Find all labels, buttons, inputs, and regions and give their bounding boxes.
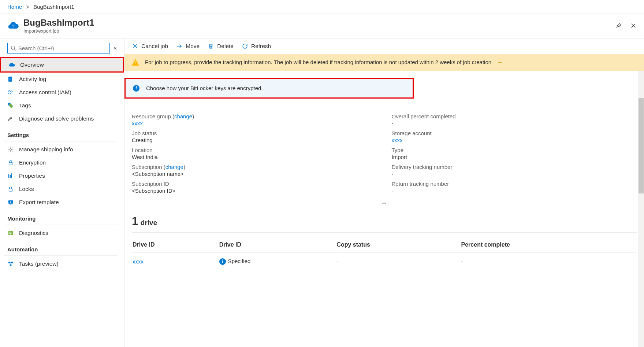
table-header-row: Drive ID Drive ID Copy status Percent co… bbox=[133, 239, 636, 253]
page-subtitle: Import/export job bbox=[23, 28, 94, 34]
table-row[interactable]: xxxx iSpecified - - bbox=[133, 254, 636, 268]
refresh-icon bbox=[242, 43, 248, 49]
svg-rect-9 bbox=[8, 174, 9, 178]
delivery-tracking-value: - bbox=[392, 171, 637, 177]
svg-point-0 bbox=[11, 46, 15, 49]
col-percent-complete[interactable]: Percent complete bbox=[461, 239, 636, 253]
sidebar-section-automation: Automation bbox=[4, 240, 117, 256]
svg-rect-4 bbox=[9, 79, 11, 79]
scrollbar-thumb[interactable] bbox=[639, 98, 644, 193]
info-text: Choose how your BitLocker keys are encry… bbox=[146, 85, 263, 91]
cloud-upload-icon bbox=[7, 20, 19, 32]
delivery-tracking-label: Delivery tracking number bbox=[392, 164, 637, 170]
pin-icon[interactable] bbox=[615, 22, 622, 29]
svg-point-6 bbox=[11, 91, 12, 92]
svg-point-5 bbox=[9, 91, 11, 92]
sidebar-item-overview[interactable]: Overview bbox=[0, 57, 124, 73]
sidebar-item-diagnostics[interactable]: Diagnostics bbox=[0, 226, 124, 240]
cancel-job-button[interactable]: Cancel job bbox=[132, 43, 168, 49]
return-tracking-value: - bbox=[392, 188, 637, 194]
sidebar-item-label: Export template bbox=[19, 199, 59, 206]
sidebar-item-label: Overview bbox=[20, 62, 44, 68]
col-drive-id[interactable]: Drive ID bbox=[133, 239, 219, 253]
sidebar-section-settings: Settings bbox=[4, 125, 117, 141]
svg-rect-16 bbox=[8, 262, 10, 263]
log-icon bbox=[7, 76, 14, 82]
sidebar-item-tags[interactable]: Tags bbox=[0, 99, 124, 112]
sidebar-item-activity-log[interactable]: Activity log bbox=[0, 73, 124, 86]
info-banner[interactable]: i Choose how your BitLocker keys are enc… bbox=[124, 78, 414, 99]
people-icon bbox=[7, 89, 14, 96]
svg-rect-18 bbox=[10, 264, 12, 266]
sidebar-item-label: Activity log bbox=[19, 76, 46, 82]
search-input-wrap[interactable] bbox=[7, 43, 110, 53]
breadcrumb: Home > BugBashImport1 bbox=[0, 0, 644, 14]
svg-rect-17 bbox=[11, 262, 13, 263]
sidebar-item-shipping[interactable]: Manage shipping info bbox=[0, 143, 124, 156]
col-copy-status[interactable]: Copy status bbox=[336, 239, 460, 253]
job-status-label: Job status bbox=[132, 130, 377, 136]
breadcrumb-current: BugBashImport1 bbox=[33, 4, 74, 10]
breadcrumb-separator: > bbox=[26, 4, 29, 10]
col-drive-id-2[interactable]: Drive ID bbox=[219, 239, 336, 253]
arrow-right-icon: → bbox=[497, 59, 503, 65]
change-link[interactable]: change bbox=[165, 164, 183, 170]
sidebar-item-export-template[interactable]: Export template bbox=[0, 196, 124, 209]
tags-icon bbox=[7, 102, 14, 109]
drive-id-value[interactable]: xxxx bbox=[133, 254, 219, 268]
refresh-button[interactable]: Refresh bbox=[242, 43, 271, 49]
sidebar-item-label: Locks bbox=[19, 186, 34, 192]
sidebar-collapse-icon[interactable]: « bbox=[113, 45, 117, 51]
sidebar-item-diagnose[interactable]: Diagnose and solve problems bbox=[0, 112, 124, 125]
location-value: West India bbox=[132, 154, 377, 160]
cancel-icon bbox=[132, 43, 138, 49]
location-label: Location bbox=[132, 147, 377, 153]
warning-icon bbox=[132, 59, 139, 66]
scrollbar[interactable] bbox=[638, 71, 644, 347]
details-grid: Resource group (change) xxxx Job status … bbox=[124, 106, 644, 196]
delete-button[interactable]: Delete bbox=[208, 43, 234, 49]
toolbar-label: Delete bbox=[217, 43, 234, 49]
sidebar-item-properties[interactable]: Properties bbox=[0, 169, 124, 182]
job-status-value: Creating bbox=[132, 137, 377, 143]
change-link[interactable]: change bbox=[174, 113, 192, 119]
percent-completed-value: - bbox=[392, 120, 637, 126]
subscription-label: Subscription (change) bbox=[132, 164, 377, 170]
sidebar-item-label: Diagnostics bbox=[19, 230, 48, 236]
subscription-value: <Subscription name> bbox=[132, 171, 377, 177]
svg-rect-8 bbox=[9, 162, 12, 165]
search-input[interactable] bbox=[18, 45, 107, 51]
sidebar-item-label: Encryption bbox=[19, 159, 46, 166]
svg-point-7 bbox=[10, 149, 12, 151]
move-button[interactable]: Move bbox=[176, 43, 200, 49]
drive-count-heading: 1drive bbox=[132, 214, 637, 233]
percent-complete-value: - bbox=[461, 254, 636, 268]
svg-rect-12 bbox=[9, 189, 12, 191]
storage-account-value[interactable]: xxxx bbox=[392, 137, 637, 143]
sidebar-item-label: Access control (IAM) bbox=[19, 89, 71, 96]
type-value: Import bbox=[392, 154, 637, 160]
sidebar-item-locks[interactable]: Locks bbox=[0, 182, 124, 196]
sidebar-item-access-control[interactable]: Access control (IAM) bbox=[0, 86, 124, 99]
properties-icon bbox=[7, 173, 14, 179]
sidebar-item-label: Tasks (preview) bbox=[19, 261, 59, 267]
sidebar-section-monitoring: Monitoring bbox=[4, 209, 117, 225]
sidebar-item-label: Properties bbox=[19, 173, 45, 179]
toolbar-label: Refresh bbox=[251, 43, 271, 49]
info-icon: i bbox=[219, 258, 226, 265]
main-content: Cancel job Move Delete Refresh For job t… bbox=[124, 38, 644, 347]
export-icon bbox=[7, 199, 14, 206]
drive-table: Drive ID Drive ID Copy status Percent co… bbox=[132, 238, 637, 269]
close-icon[interactable] bbox=[630, 22, 637, 29]
warning-banner[interactable]: For job to progress, provide the trackin… bbox=[124, 54, 644, 71]
sidebar-item-tasks[interactable]: Tasks (preview) bbox=[0, 257, 124, 270]
subscription-id-value: <Subscription ID> bbox=[132, 188, 377, 194]
storage-account-label: Storage account bbox=[392, 130, 637, 136]
toolbar: Cancel job Move Delete Refresh bbox=[124, 38, 644, 54]
drive-specified-value: iSpecified bbox=[219, 254, 336, 268]
collapse-chevron-icon[interactable]: ︽ bbox=[124, 196, 644, 207]
breadcrumb-home[interactable]: Home bbox=[7, 4, 22, 10]
sidebar-item-encryption[interactable]: Encryption bbox=[0, 156, 124, 169]
resource-group-value[interactable]: xxxx bbox=[132, 120, 377, 126]
cloud-icon bbox=[8, 62, 15, 68]
